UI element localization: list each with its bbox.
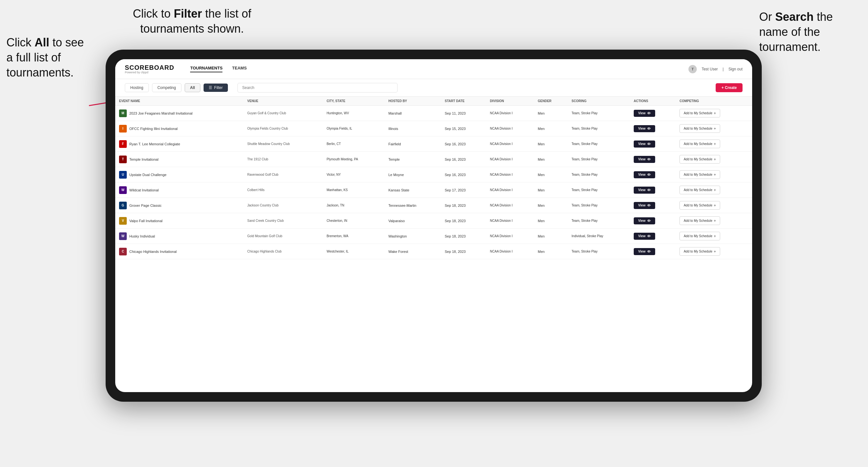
cell-gender: Men (534, 136, 568, 152)
cell-actions: View 👁 (630, 167, 676, 182)
add-to-schedule-button[interactable]: Add to My Schedule + (680, 186, 720, 194)
add-to-schedule-label: Add to My Schedule (684, 204, 712, 207)
team-logo: M (119, 110, 127, 117)
plus-icon: + (714, 249, 716, 254)
cell-start-date: Sep 16, 2023 (441, 136, 486, 152)
cell-division: NCAA Division I (486, 182, 534, 198)
col-hosted-by: HOSTED BY (384, 97, 441, 105)
cell-start-date: Sep 17, 2023 (441, 182, 486, 198)
view-label: View (638, 188, 646, 192)
add-to-schedule-button[interactable]: Add to My Schedule + (680, 216, 720, 225)
cell-competing: Add to My Schedule + (676, 167, 752, 182)
cell-actions: View 👁 (630, 198, 676, 213)
view-button[interactable]: View 👁 (634, 187, 655, 194)
view-label: View (638, 112, 646, 115)
add-to-schedule-label: Add to My Schedule (684, 173, 712, 176)
eye-icon: 👁 (647, 219, 651, 223)
cell-actions: View 👁 (630, 228, 676, 244)
cell-event-name: C Chicago Highlands Invitational (115, 244, 244, 259)
cell-hosted-by: Kansas State (384, 182, 441, 198)
view-label: View (638, 157, 646, 161)
cell-division: NCAA Division I (486, 136, 534, 152)
cell-gender: Men (534, 244, 568, 259)
cell-hosted-by: Valparaiso (384, 213, 441, 228)
tab-hosting[interactable]: Hosting (125, 83, 149, 92)
team-logo: U (119, 171, 127, 179)
cell-start-date: Sep 18, 2023 (441, 244, 486, 259)
cell-event-name: T Temple Invitational (115, 152, 244, 167)
event-name-text: Valpo Fall Invitational (129, 219, 163, 223)
nav-teams[interactable]: TEAMS (232, 66, 247, 72)
add-to-schedule-label: Add to My Schedule (684, 234, 712, 238)
add-to-schedule-button[interactable]: Add to My Schedule + (680, 170, 720, 179)
view-button[interactable]: View 👁 (634, 217, 655, 224)
team-logo: W (119, 232, 127, 240)
cell-competing: Add to My Schedule + (676, 136, 752, 152)
add-to-schedule-button[interactable]: Add to My Schedule + (680, 139, 720, 148)
view-button[interactable]: View 👁 (634, 156, 655, 163)
view-label: View (638, 142, 646, 146)
cell-venue: Olympia Fields Country Club (244, 121, 323, 136)
eye-icon: 👁 (647, 142, 651, 146)
view-button[interactable]: View 👁 (634, 125, 655, 132)
filter-icon: ☰ (209, 86, 212, 90)
eye-icon: 👁 (647, 127, 651, 131)
cell-venue: Ravenwood Golf Club (244, 167, 323, 182)
cell-venue: Chicago Highlands Club (244, 244, 323, 259)
view-button[interactable]: View 👁 (634, 202, 655, 209)
sign-out-link[interactable]: Sign out (728, 67, 743, 71)
cell-actions: View 👁 (630, 136, 676, 152)
tournaments-table: EVENT NAME VENUE CITY, STATE HOSTED BY S… (115, 97, 752, 259)
search-input[interactable] (238, 83, 398, 93)
view-button[interactable]: View 👁 (634, 248, 655, 255)
cell-venue: Shuttle Meadow Country Club (244, 136, 323, 152)
nav-tournaments[interactable]: TOURNAMENTS (190, 66, 222, 72)
cell-venue: Jackson Country Club (244, 198, 323, 213)
add-to-schedule-button[interactable]: Add to My Schedule + (680, 109, 720, 118)
tab-competing[interactable]: Competing (152, 83, 182, 92)
team-logo: W (119, 186, 127, 194)
cell-scoring: Team, Stroke Play (568, 213, 630, 228)
team-logo: V (119, 217, 127, 225)
col-venue: VENUE (244, 97, 323, 105)
cell-start-date: Sep 11, 2023 (441, 105, 486, 121)
add-to-schedule-button[interactable]: Add to My Schedule + (680, 155, 720, 163)
view-label: View (638, 250, 646, 253)
create-button[interactable]: + Create (716, 83, 743, 92)
table-row: M 2023 Joe Feaganes Marshall Invitationa… (115, 105, 752, 121)
eye-icon: 👁 (647, 173, 651, 177)
filter-button[interactable]: ☰ Filter (204, 84, 228, 92)
cell-event-name: G Grover Page Classic (115, 198, 244, 213)
add-to-schedule-button[interactable]: Add to My Schedule + (680, 247, 720, 256)
cell-competing: Add to My Schedule + (676, 152, 752, 167)
cell-hosted-by: Marshall (384, 105, 441, 121)
cell-scoring: Team, Stroke Play (568, 167, 630, 182)
cell-hosted-by: Temple (384, 152, 441, 167)
add-to-schedule-label: Add to My Schedule (684, 112, 712, 115)
cell-division: NCAA Division I (486, 105, 534, 121)
annotation-center: Click to Filter the list of tournaments … (125, 6, 259, 36)
add-to-schedule-button[interactable]: Add to My Schedule + (680, 232, 720, 240)
eye-icon: 👁 (647, 250, 651, 253)
view-button[interactable]: View 👁 (634, 110, 655, 117)
cell-hosted-by: Le Moyne (384, 167, 441, 182)
cell-hosted-by: Illinois (384, 121, 441, 136)
table-row: T Temple Invitational The 1912 Club Plym… (115, 152, 752, 167)
tablet-screen: SCOREBOARD Powered by clippd TOURNAMENTS… (115, 59, 752, 392)
event-name-text: Upstate Dual Challenge (129, 173, 166, 177)
cell-gender: Men (534, 213, 568, 228)
cell-hosted-by: Wake Forest (384, 244, 441, 259)
view-button[interactable]: View 👁 (634, 171, 655, 178)
cell-event-name: W Husky Individual (115, 228, 244, 244)
event-name-text: Chicago Highlands Invitational (129, 250, 177, 253)
cell-actions: View 👁 (630, 152, 676, 167)
tab-all[interactable]: All (185, 83, 200, 92)
add-to-schedule-button[interactable]: Add to My Schedule + (680, 124, 720, 133)
cell-competing: Add to My Schedule + (676, 105, 752, 121)
add-to-schedule-button[interactable]: Add to My Schedule + (680, 201, 720, 210)
cell-venue: Gold Mountain Golf Club (244, 228, 323, 244)
view-button[interactable]: View 👁 (634, 141, 655, 148)
cell-hosted-by: Tennessee-Martin (384, 198, 441, 213)
view-button[interactable]: View 👁 (634, 233, 655, 240)
cell-city-state: Manhattan, KS (322, 182, 384, 198)
